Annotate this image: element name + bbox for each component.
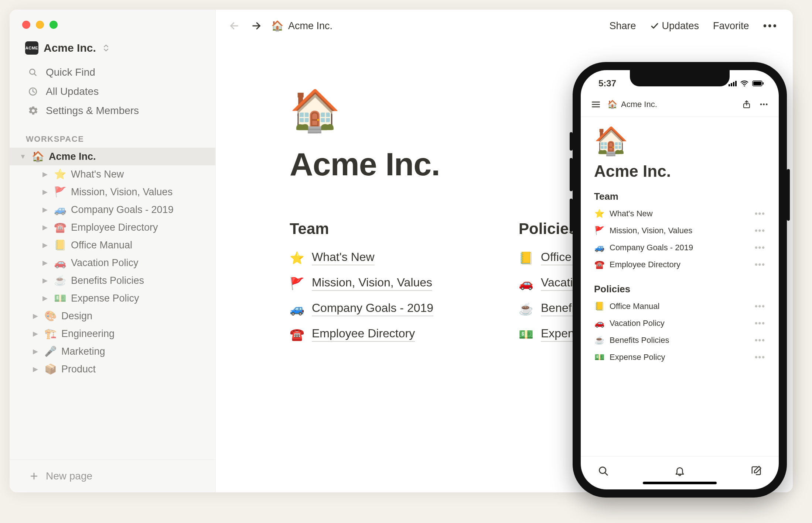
tree-item-icon: ⭐ — [54, 168, 66, 180]
mobile-page-link-icon: 🚗 — [594, 319, 604, 328]
chevron-right-icon[interactable]: ▶ — [41, 170, 50, 178]
chevron-right-icon[interactable]: ▶ — [31, 330, 40, 338]
close-window-button[interactable] — [22, 21, 30, 29]
tree-item[interactable]: ▶💵Expense Policy — [10, 289, 215, 307]
share-icon-button[interactable] — [742, 100, 751, 109]
tree-item[interactable]: ▶🚙Company Goals - 2019 — [10, 201, 215, 219]
mobile-page-link-label: What's New — [610, 209, 653, 219]
mobile-row-menu-button[interactable]: ••• — [755, 336, 765, 345]
mobile-row-menu-button[interactable]: ••• — [755, 319, 765, 328]
tree-item[interactable]: ▶🚩Mission, Vision, Values — [10, 183, 215, 201]
nav-forward-button[interactable] — [249, 21, 264, 31]
svg-rect-9 — [763, 82, 764, 85]
page-link-icon: 🚩 — [290, 276, 304, 290]
mobile-more-menu-button[interactable]: ••• — [760, 101, 768, 108]
window-controls — [10, 10, 215, 36]
signal-icon — [729, 81, 737, 86]
page-link[interactable]: 🚙Company Goals - 2019 — [290, 296, 482, 321]
maximize-window-button[interactable] — [50, 21, 58, 29]
mobile-row-menu-button[interactable]: ••• — [755, 209, 765, 219]
mobile-page-link[interactable]: ☕Benefits Policies••• — [594, 332, 765, 349]
mobile-row-menu-button[interactable]: ••• — [755, 352, 765, 362]
mobile-row-menu-button[interactable]: ••• — [755, 260, 765, 269]
mobile-page-title[interactable]: Acme Inc. — [594, 162, 765, 180]
mobile-page-link[interactable]: 🚗Vacation Policy••• — [594, 315, 765, 332]
favorite-button[interactable]: Favorite — [713, 20, 749, 32]
mobile-compose-button[interactable] — [751, 465, 762, 476]
new-page-button[interactable]: New page — [10, 460, 215, 492]
more-menu-button[interactable]: ••• — [763, 20, 778, 32]
chevron-down-icon[interactable]: ▼ — [18, 153, 27, 161]
chevron-right-icon[interactable]: ▶ — [41, 294, 50, 302]
mobile-tabbar — [581, 456, 779, 482]
chevron-right-icon[interactable]: ▶ — [41, 188, 50, 196]
sidebar-settings-members[interactable]: Settings & Members — [10, 101, 215, 120]
mobile-page-link[interactable]: 🚙Company Goals - 2019••• — [594, 239, 765, 256]
share-button[interactable]: Share — [609, 20, 636, 32]
tree-item-label: Employee Directory — [71, 222, 208, 233]
mobile-page-link-icon: ☕ — [594, 336, 604, 345]
minimize-window-button[interactable] — [36, 21, 44, 29]
tree-item[interactable]: ▶🎨Design — [10, 307, 215, 325]
chevron-right-icon[interactable]: ▶ — [41, 223, 50, 231]
tree-item[interactable]: ▼🏠Acme Inc. — [10, 148, 215, 165]
home-indicator[interactable] — [643, 482, 717, 484]
gear-icon — [28, 106, 39, 116]
page-link-icon: ☎️ — [290, 327, 304, 341]
chevron-right-icon[interactable]: ▶ — [31, 365, 40, 373]
column-heading[interactable]: Team — [290, 220, 482, 238]
mobile-section-heading[interactable]: Team — [594, 191, 765, 202]
mobile-screen: 5:37 🏠 Acme Inc. — [581, 70, 779, 489]
phone-volume-down — [570, 199, 573, 232]
chevron-right-icon[interactable]: ▶ — [31, 347, 40, 355]
workspace-switcher[interactable]: ACME Acme Inc. — [10, 36, 215, 61]
topbar: 🏠 Acme Inc. Share Updates Favorite ••• — [216, 10, 793, 42]
tree-item-label: Benefits Policies — [71, 275, 208, 286]
tree-item[interactable]: ▶🎤Marketing — [10, 343, 215, 360]
mobile-notifications-button[interactable] — [674, 465, 685, 476]
mobile-page-link[interactable]: ☎️Employee Directory••• — [594, 256, 765, 273]
chevron-right-icon[interactable]: ▶ — [41, 241, 50, 249]
sidebar-quick-find[interactable]: Quick Find — [10, 63, 215, 82]
page-link[interactable]: 🚩Mission, Vision, Values — [290, 271, 482, 296]
mobile-row-menu-button[interactable]: ••• — [755, 302, 765, 311]
chevron-right-icon[interactable]: ▶ — [31, 312, 40, 320]
breadcrumb[interactable]: 🏠 Acme Inc. — [271, 20, 332, 32]
phone-silence-switch — [570, 132, 573, 151]
page-column: Team⭐What's New🚩Mission, Vision, Values🚙… — [290, 220, 482, 347]
mobile-page-link-label: Company Goals - 2019 — [610, 243, 693, 252]
tree-item[interactable]: ▶🏗️Engineering — [10, 325, 215, 343]
mobile-page-link[interactable]: 📒Office Manual••• — [594, 298, 765, 315]
tree-item[interactable]: ▶☎️Employee Directory — [10, 219, 215, 236]
tree-item-label: Company Goals - 2019 — [71, 204, 208, 216]
mobile-section-heading[interactable]: Policies — [594, 283, 765, 295]
nav-back-button[interactable] — [227, 21, 242, 31]
chevron-right-icon[interactable]: ▶ — [41, 206, 50, 214]
mobile-search-button[interactable] — [598, 465, 609, 476]
sidebar-all-updates[interactable]: All Updates — [10, 82, 215, 101]
tree-item[interactable]: ▶☕Benefits Policies — [10, 272, 215, 289]
updates-button[interactable]: Updates — [650, 20, 699, 32]
mobile-row-menu-button[interactable]: ••• — [755, 226, 765, 235]
page-link[interactable]: ☎️Employee Directory — [290, 321, 482, 347]
mobile-row-menu-button[interactable]: ••• — [755, 243, 765, 252]
tree-item-label: Design — [61, 310, 208, 322]
hamburger-menu-button[interactable] — [591, 100, 601, 109]
chevron-right-icon[interactable]: ▶ — [41, 259, 50, 267]
tree-item[interactable]: ▶📒Office Manual — [10, 236, 215, 254]
mobile-page-link[interactable]: ⭐What's New••• — [594, 205, 765, 222]
tree-item[interactable]: ▶📦Product — [10, 360, 215, 378]
mobile-page-link-icon: ⭐ — [594, 209, 604, 219]
chevron-right-icon[interactable]: ▶ — [41, 276, 50, 285]
tree-item[interactable]: ▶🚗Vacation Policy — [10, 254, 215, 272]
mobile-page-icon[interactable]: 🏠 — [594, 127, 765, 155]
workspace-name: Acme Inc. — [44, 42, 96, 54]
mobile-page-link-label: Office Manual — [610, 302, 659, 311]
mobile-page-link[interactable]: 💵Expense Policy••• — [594, 349, 765, 366]
mobile-page-link[interactable]: 🚩Mission, Vision, Values••• — [594, 222, 765, 239]
mobile-breadcrumb[interactable]: 🏠 Acme Inc. — [607, 100, 657, 109]
tree-item-icon: ☕ — [54, 275, 66, 286]
tree-item[interactable]: ▶⭐What's New — [10, 165, 215, 183]
page-link[interactable]: ⭐What's New — [290, 245, 482, 271]
mobile-page-link-label: Vacation Policy — [610, 319, 665, 328]
